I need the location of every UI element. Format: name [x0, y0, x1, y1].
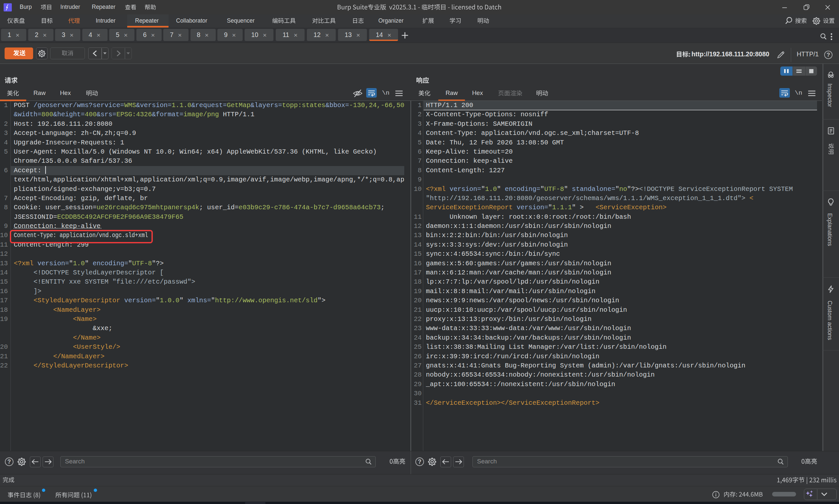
- svg-text:?: ?: [7, 458, 11, 465]
- svg-text:?: ?: [826, 52, 830, 58]
- svg-text:?: ?: [418, 458, 422, 465]
